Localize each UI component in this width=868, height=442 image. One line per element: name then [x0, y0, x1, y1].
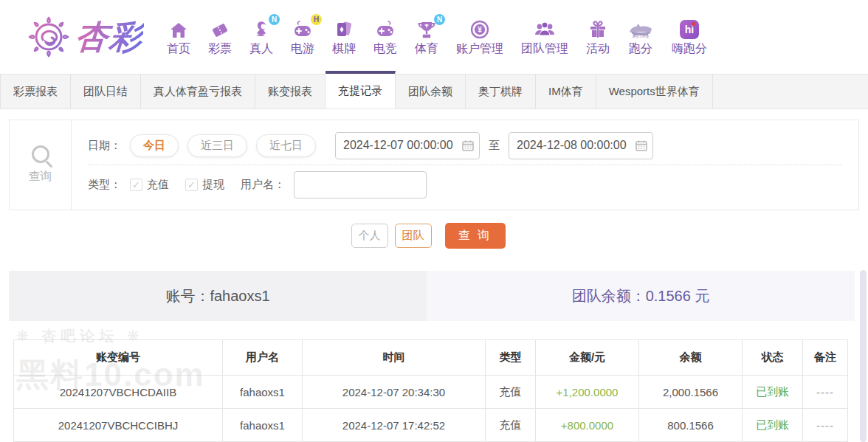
cell-change-id: 20241207VBCHCCIBHJ — [14, 409, 223, 442]
table-row: 20241207VBCHCDAIIB fahaoxs1 2024-12-07 2… — [14, 376, 848, 409]
esports-gamepad-icon — [375, 20, 396, 39]
search-side-label: 查询 — [10, 120, 72, 210]
nav-item-home[interactable]: 首页 — [167, 17, 190, 57]
nav-item-live[interactable]: N 真人 — [249, 17, 273, 57]
nav-item-promotions[interactable]: 活动 — [586, 17, 610, 57]
date-to-label: 至 — [489, 139, 500, 153]
report-tabbar: 彩票报表 团队日结 真人体育盈亏报表 账变报表 充提记录 团队余额 奥丁棋牌 I… — [0, 74, 868, 109]
table-header-row: 账变编号 用户名 时间 类型 金额/元 余额 状态 备注 — [14, 340, 848, 376]
team-button[interactable]: 团队 — [395, 224, 432, 248]
cell-change-id: 20241207VBCHCDAIIB — [14, 376, 223, 409]
date-from-input[interactable] — [335, 132, 480, 159]
tab-team-balance[interactable]: 团队余额 — [396, 75, 466, 108]
cell-balance: 800.1566 — [639, 409, 743, 442]
nav-item-label: 体育 — [415, 41, 438, 57]
nav-item-esports[interactable]: 电竞 — [373, 17, 397, 57]
nav-item-hi-paofen[interactable]: hi 嗨跑分 — [672, 17, 707, 57]
cell-username: fahaoxs1 — [223, 409, 303, 442]
nav-item-label: 活动 — [586, 41, 610, 57]
ticket-icon — [210, 21, 230, 39]
records-table-section: ❋ 杏吧论坛 ❋ 黑料10.com 账变编号 用户名 时间 类型 金额/元 余额… — [13, 339, 847, 442]
quick-date-7days[interactable]: 近七日 — [256, 134, 316, 157]
nav-item-cards[interactable]: 棋牌 — [332, 17, 356, 57]
cards-icon — [334, 20, 354, 39]
calendar-icon[interactable] — [462, 139, 474, 151]
tab-lottery-report[interactable]: 彩票报表 — [0, 75, 71, 108]
tab-account-changes[interactable]: 账变报表 — [255, 75, 326, 108]
withdraw-checkbox[interactable]: ✓ — [185, 179, 198, 191]
nav-item-label: 棋牌 — [332, 41, 356, 57]
lotus-emblem-icon — [25, 13, 72, 61]
date-label: 日期： — [88, 139, 121, 153]
cell-amount: +1,200.0000 — [536, 376, 639, 409]
tab-odin-cards[interactable]: 奥丁棋牌 — [466, 75, 536, 108]
filter-divider — [88, 165, 842, 165]
top-navigation: 杏彩 首页 彩票 N 真人 H 电游 棋牌 — [0, 0, 868, 74]
date-filter-row: 日期： 今日 近三日 近七日 至 — [88, 129, 842, 162]
yuan-coin-icon: ¥ — [470, 20, 489, 39]
nav-item-team-mgmt[interactable]: 团队管理 — [521, 17, 568, 57]
hi-app-icon: hi — [680, 20, 699, 39]
account-number: 账号：fahaoxs1 — [9, 271, 427, 321]
col-header-amount: 金额/元 — [536, 340, 639, 376]
date-to-input[interactable] — [509, 132, 653, 159]
tab-deposit-withdraw-records[interactable]: 充提记录 — [326, 71, 396, 108]
nav-item-label: 真人 — [249, 41, 273, 57]
tab-wesports[interactable]: Wesports世界体育 — [596, 75, 713, 108]
nav-item-label: 嗨跑分 — [672, 41, 707, 57]
personal-button[interactable]: 个人 — [351, 224, 388, 248]
svg-text:¥: ¥ — [478, 26, 482, 34]
tab-team-daily[interactable]: 团队日结 — [71, 75, 141, 108]
col-header-username: 用户名 — [223, 340, 303, 376]
red-dot — [692, 22, 695, 26]
cell-amount: +800.0000 — [536, 409, 639, 442]
account-summary-bar: 账号：fahaoxs1 团队余额：0.1566 元 — [9, 271, 855, 321]
tab-im-sports[interactable]: IM体育 — [536, 75, 596, 108]
nav-item-sports[interactable]: N 体育 — [415, 17, 438, 57]
type-filter-row: 类型： ✓ 充值 ✓ 提现 用户名： — [88, 168, 842, 201]
table-row: 20241207VBCHCCIBHJ fahaoxs1 2024-12-07 1… — [14, 409, 848, 442]
query-button[interactable]: 查 询 — [445, 223, 506, 249]
tab-live-sports-pnl[interactable]: 真人体育盈亏报表 — [141, 75, 255, 108]
gift-icon — [588, 20, 607, 39]
account-label: 账号： — [165, 286, 210, 306]
page-scrollbar[interactable] — [860, 270, 867, 442]
new-badge: N — [434, 14, 445, 25]
username-input[interactable] — [294, 171, 427, 198]
nav-item-lottery[interactable]: 彩票 — [208, 17, 232, 57]
action-buttons: 个人 团队 查 询 — [0, 223, 868, 249]
col-header-remark: 备注 — [803, 340, 848, 376]
brand-logo[interactable]: 杏彩 — [25, 13, 143, 61]
cell-time: 2024-12-07 20:34:30 — [303, 376, 486, 409]
nav-item-paofen[interactable]: 跑分工作室 跑分 — [627, 17, 654, 57]
home-icon — [169, 21, 188, 39]
cell-status: 已到账 — [743, 376, 803, 409]
nav-item-account-mgmt[interactable]: ¥ 账户管理 — [456, 17, 503, 57]
team-balance-label: 团队余额： — [572, 286, 646, 306]
nav-item-egame[interactable]: H 电游 — [291, 17, 314, 57]
quick-date-3days[interactable]: 近三日 — [187, 134, 247, 157]
deposit-checkbox-label: 充值 — [147, 178, 169, 192]
account-value: fahaoxs1 — [210, 288, 269, 305]
username-label: 用户名： — [241, 178, 285, 192]
nav-items: 首页 彩票 N 真人 H 电游 棋牌 电竞 — [158, 17, 716, 57]
nav-item-label: 团队管理 — [521, 41, 568, 57]
col-header-status: 状态 — [743, 340, 803, 376]
live-person-icon — [252, 20, 271, 39]
team-balance-value: 0.1566 元 — [646, 286, 710, 306]
nav-item-label: 跑分 — [629, 41, 652, 57]
records-table: 账变编号 用户名 时间 类型 金额/元 余额 状态 备注 20241207VBC… — [13, 339, 848, 442]
nav-item-label: 账户管理 — [456, 41, 503, 57]
team-icon — [534, 20, 556, 39]
nav-item-label: 首页 — [167, 41, 190, 57]
filter-panel: 查询 日期： 今日 近三日 近七日 至 类型： ✓ 充值 ✓ 提现 用户名： — [9, 120, 859, 210]
calendar-icon[interactable] — [636, 139, 647, 151]
deposit-checkbox[interactable]: ✓ — [130, 179, 142, 191]
trophy-icon — [417, 20, 436, 39]
search-icon — [32, 145, 49, 163]
cell-type: 充值 — [486, 376, 536, 409]
quick-date-today[interactable]: 今日 — [130, 134, 179, 157]
cell-username: fahaoxs1 — [223, 376, 303, 409]
cell-balance: 2,000.1566 — [639, 376, 743, 409]
col-header-time: 时间 — [303, 340, 486, 376]
